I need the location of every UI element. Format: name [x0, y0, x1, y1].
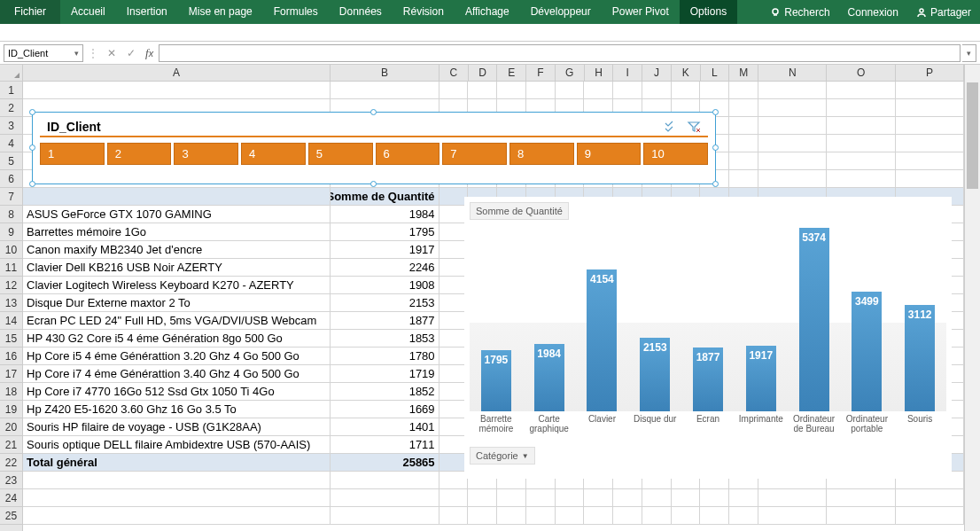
cell[interactable] — [331, 82, 439, 99]
cell[interactable]: 2153 — [331, 294, 439, 312]
col-header-o[interactable]: O — [827, 65, 895, 81]
table-row[interactable] — [23, 82, 964, 99]
cell[interactable] — [758, 135, 827, 152]
cell[interactable]: Disque Dur Externe maxtor 2 To — [23, 294, 331, 312]
cell[interactable] — [584, 507, 613, 525]
cell[interactable]: 1908 — [331, 277, 439, 294]
cell[interactable] — [23, 489, 331, 507]
signin-button[interactable]: Connexion — [839, 0, 907, 24]
cell[interactable]: 1852 — [331, 383, 439, 401]
cell[interactable] — [896, 507, 964, 525]
cell[interactable] — [497, 489, 526, 507]
cell[interactable]: 2246 — [331, 259, 439, 277]
formula-bar[interactable] — [159, 44, 961, 62]
search-button[interactable]: Recherch — [761, 0, 838, 24]
row-header[interactable]: 6 — [0, 170, 22, 188]
cell[interactable]: 1719 — [331, 365, 439, 383]
col-header-h[interactable]: H — [585, 65, 614, 81]
slicer-item[interactable]: 6 — [376, 143, 440, 165]
cell[interactable] — [439, 489, 469, 507]
cell[interactable]: Hp Core i7 4 éme Générattion 3.40 Ghz 4 … — [23, 365, 331, 383]
cell[interactable]: 1917 — [331, 241, 439, 259]
cell[interactable]: Clavier Dell KB216 USB Noir AZERTY — [23, 259, 331, 277]
pivot-chart[interactable]: Somme de Quantité 1795198441542153187719… — [464, 197, 952, 479]
row-header[interactable]: 14 — [0, 312, 22, 330]
col-header-a[interactable]: A — [23, 65, 331, 81]
tab-mise-en-page[interactable]: Mise en page — [178, 0, 263, 24]
row-header[interactable]: 4 — [0, 135, 22, 152]
row-header[interactable]: 16 — [0, 347, 22, 365]
row-header[interactable]: 11 — [0, 259, 22, 277]
cell[interactable] — [613, 489, 642, 507]
cell[interactable] — [439, 82, 469, 99]
tab-insertion[interactable]: Insertion — [116, 0, 178, 24]
cell[interactable] — [729, 152, 758, 170]
cell[interactable] — [497, 82, 526, 99]
cell[interactable] — [642, 82, 672, 99]
cell[interactable] — [729, 135, 758, 152]
cell[interactable] — [729, 507, 758, 525]
cell[interactable] — [526, 507, 556, 525]
slicer-item[interactable]: 1 — [40, 143, 105, 165]
slicer-item[interactable]: 8 — [509, 143, 574, 165]
slicer-item[interactable]: 5 — [308, 143, 373, 165]
clear-filter-icon[interactable] — [687, 121, 701, 133]
cell[interactable] — [672, 82, 701, 99]
cell[interactable]: Ecran PC LED 24" Full HD, 5ms VGA/DVI/US… — [23, 312, 331, 330]
tab-file[interactable]: Fichier — [0, 0, 60, 24]
cell[interactable]: Somme de Quantité — [331, 188, 439, 206]
row-header[interactable]: 12 — [0, 277, 22, 294]
cell[interactable]: Souris HP filaire de voyage - USB (G1K28… — [23, 418, 331, 436]
cell[interactable]: 25865 — [331, 454, 439, 472]
cell[interactable]: 1853 — [331, 330, 439, 347]
cell[interactable]: Clavier Logitech Wireless Keyboard K270 … — [23, 277, 331, 294]
cell[interactable] — [331, 489, 439, 507]
cell[interactable] — [896, 170, 964, 188]
row-header[interactable]: 22 — [0, 454, 22, 472]
enter-formula-icon[interactable]: ✓ — [122, 47, 140, 59]
row-header[interactable]: 1 — [0, 82, 22, 99]
table-row[interactable] — [23, 489, 964, 507]
cell[interactable]: 1795 — [331, 223, 439, 241]
cell[interactable] — [584, 82, 613, 99]
cell[interactable] — [896, 489, 964, 507]
cell[interactable] — [827, 117, 895, 135]
cell[interactable] — [827, 170, 895, 188]
cell[interactable] — [729, 82, 758, 99]
cell[interactable] — [23, 188, 331, 206]
cell[interactable] — [758, 507, 827, 525]
cell[interactable] — [642, 489, 672, 507]
cell[interactable] — [497, 507, 526, 525]
row-header[interactable]: 24 — [0, 489, 22, 507]
row-header[interactable]: 8 — [0, 206, 22, 223]
col-header-n[interactable]: N — [758, 65, 827, 81]
vertical-scrollbar[interactable] — [964, 65, 980, 531]
col-header-p[interactable]: P — [896, 65, 964, 81]
col-header-l[interactable]: L — [701, 65, 730, 81]
row-header[interactable]: 15 — [0, 330, 22, 347]
row-header[interactable]: 7 — [0, 188, 22, 206]
cell[interactable] — [729, 170, 758, 188]
cell[interactable]: ASUS GeForce GTX 1070 GAMING — [23, 206, 331, 223]
cell[interactable] — [827, 82, 895, 99]
tab-formules[interactable]: Formules — [263, 0, 329, 24]
cell[interactable] — [700, 82, 729, 99]
slicer-id-client[interactable]: ID_Client 12345678910 — [32, 112, 716, 184]
multiselect-icon[interactable] — [664, 121, 678, 133]
cell[interactable]: 1780 — [331, 347, 439, 365]
tab-developpeur[interactable]: Développeur — [520, 0, 602, 24]
cell[interactable] — [468, 82, 497, 99]
table-row[interactable] — [23, 507, 964, 525]
cell[interactable] — [827, 507, 895, 525]
cell[interactable] — [556, 507, 585, 525]
row-header[interactable]: 25 — [0, 507, 22, 525]
cell[interactable] — [896, 117, 964, 135]
cancel-formula-icon[interactable]: ✕ — [103, 47, 121, 59]
cell[interactable] — [439, 507, 469, 525]
name-box[interactable]: ID_Client ▾ — [4, 44, 83, 62]
cell[interactable] — [827, 152, 895, 170]
cell[interactable] — [758, 152, 827, 170]
row-header[interactable]: 9 — [0, 223, 22, 241]
tab-revision[interactable]: Révision — [393, 0, 455, 24]
tab-options[interactable]: Options — [680, 0, 737, 24]
